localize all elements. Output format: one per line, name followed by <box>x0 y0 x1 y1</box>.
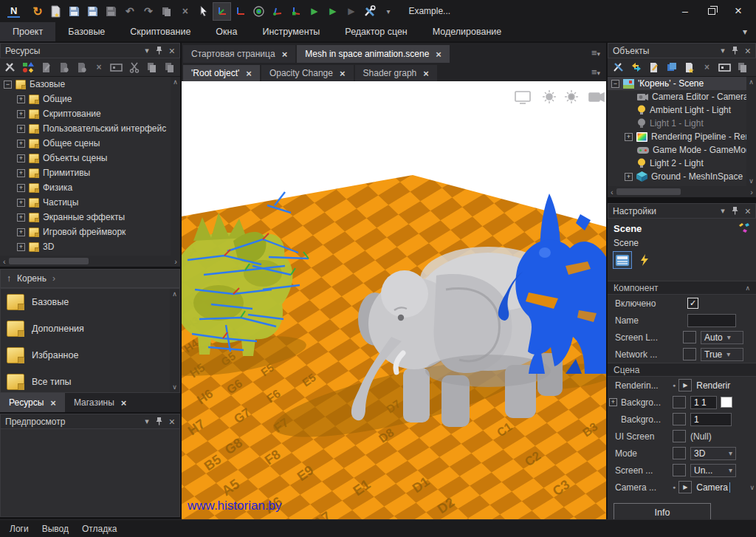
objects-vscrollbar[interactable] <box>746 77 756 186</box>
toolbar-overflow-icon[interactable]: ▾ <box>379 3 396 20</box>
panel-close-icon[interactable] <box>745 205 751 217</box>
scale-tool-icon[interactable] <box>269 3 286 20</box>
shapes-icon[interactable] <box>21 61 35 75</box>
expand-icon[interactable] <box>17 199 25 207</box>
expand-icon[interactable] <box>17 154 25 163</box>
panel-close-icon[interactable] <box>169 416 175 428</box>
menu-overflow-icon[interactable] <box>734 22 756 41</box>
translate-tool-icon[interactable] <box>232 3 249 20</box>
tab-close-icon[interactable] <box>423 68 429 79</box>
camera-icon[interactable] <box>589 93 604 101</box>
tree-item[interactable]: Пользовательский интерфейс <box>0 121 180 136</box>
close-button[interactable]: × <box>725 1 752 21</box>
tree-hscrollbar[interactable] <box>0 256 180 267</box>
tree-item[interactable]: Light 2 - Light <box>608 157 756 170</box>
copy-icon[interactable] <box>145 61 159 75</box>
screen-dropdown[interactable]: Un... <box>690 464 736 477</box>
status-debug[interactable]: Отладка <box>75 524 123 534</box>
expand-icon[interactable] <box>17 213 25 222</box>
list-item[interactable]: Дополнения <box>1 315 179 342</box>
default-flag-button[interactable] <box>673 413 686 425</box>
expand-icon[interactable] <box>17 184 25 192</box>
scene-viewport[interactable]: R4S4H2H3H4H5H6H7G3G4G5G6G7G8F3F5F6F7F8E5… <box>182 81 606 519</box>
rename-icon[interactable] <box>109 61 123 75</box>
panel-menu-icon[interactable] <box>145 417 149 426</box>
tab-close-icon[interactable] <box>436 49 441 60</box>
tree-item[interactable]: Game Mode - GameMode <box>608 143 756 157</box>
expand-icon[interactable] <box>17 243 25 251</box>
duplicate-object-icon[interactable] <box>664 61 678 75</box>
new-folder-icon[interactable] <box>75 61 89 75</box>
restore-button[interactable] <box>698 1 725 21</box>
tree-item-scene-root[interactable]: 'Корень' - Scene <box>608 77 756 90</box>
tab-opacity-change[interactable]: Opacity Change <box>261 65 354 81</box>
panel-close-icon[interactable] <box>169 45 175 57</box>
tab-close-icon[interactable] <box>340 68 346 79</box>
expand-icon[interactable] <box>17 110 25 118</box>
tree-item-disabled[interactable]: Light 1 - Light <box>608 117 756 130</box>
tab-stores[interactable]: Магазины <box>65 393 136 412</box>
tree-item[interactable]: Ambient Light - Light <box>608 103 756 117</box>
delete-icon[interactable]: × <box>176 3 193 20</box>
tree-item[interactable]: Скриптование <box>0 106 180 121</box>
tree-item-root[interactable]: Базовые <box>0 77 180 92</box>
copy-object-icon[interactable] <box>735 61 749 75</box>
scroll-up-icon[interactable] <box>745 284 750 292</box>
expand-icon[interactable] <box>17 228 25 236</box>
rename-object-icon[interactable] <box>718 61 732 75</box>
menu-project[interactable]: Проект <box>0 22 55 41</box>
rotate-tool-icon[interactable] <box>250 3 267 20</box>
refresh-icon[interactable] <box>29 3 46 20</box>
new-resource-icon[interactable] <box>47 3 64 20</box>
background-color-input[interactable]: 1 1 <box>690 396 717 409</box>
collapse-icon[interactable] <box>4 81 12 89</box>
tree-item[interactable]: Примитивы <box>0 165 180 180</box>
pin-icon[interactable] <box>156 417 162 427</box>
reference-button[interactable] <box>678 481 692 493</box>
minimize-button[interactable] <box>672 1 698 21</box>
redo-icon[interactable] <box>140 3 157 20</box>
tab-root-object[interactable]: 'Root object' <box>183 65 260 81</box>
menu-tools[interactable]: Инструменты <box>250 22 332 41</box>
expand-icon[interactable] <box>625 133 633 141</box>
app-logo[interactable]: N <box>7 5 20 18</box>
tree-item[interactable]: Camera Editor - Camera <box>608 90 756 103</box>
move-tool-icon[interactable] <box>213 3 230 20</box>
mode-dropdown[interactable]: 3D <box>690 447 736 460</box>
new-file-icon[interactable] <box>57 61 71 75</box>
list-item[interactable]: Избранное <box>1 342 179 369</box>
color-swatch[interactable] <box>721 397 732 408</box>
tab-close-icon[interactable] <box>50 397 56 408</box>
tree-item[interactable]: 3D <box>0 239 180 254</box>
background-affect-input[interactable]: 1 <box>690 413 732 426</box>
screen-label-dropdown[interactable]: Auto <box>701 331 743 344</box>
tools-icon[interactable] <box>361 3 378 20</box>
tab-list-icon[interactable] <box>591 66 600 78</box>
tree-item[interactable]: Общие <box>0 92 180 106</box>
reference-button[interactable] <box>678 379 692 391</box>
panel-close-icon[interactable] <box>745 45 751 57</box>
tab-resources[interactable]: Ресурсы <box>0 393 65 412</box>
tree-item[interactable]: Физика <box>0 180 180 195</box>
tab-close-icon[interactable] <box>282 49 288 60</box>
events-view-icon[interactable] <box>636 252 653 268</box>
menu-basic[interactable]: Базовые <box>55 22 117 41</box>
new-object-icon[interactable] <box>682 61 696 75</box>
default-flag-button[interactable] <box>673 447 686 459</box>
tab-close-icon[interactable] <box>121 397 127 408</box>
duplicate-icon[interactable] <box>158 3 175 20</box>
network-dropdown[interactable]: True <box>701 348 743 361</box>
undo-icon[interactable] <box>121 3 138 20</box>
panel-menu-icon[interactable] <box>145 46 149 55</box>
transform-tool-icon[interactable] <box>287 3 304 20</box>
tree-item[interactable]: Игровой фреймворк <box>0 225 180 239</box>
default-flag-button[interactable] <box>683 348 696 360</box>
run-alt-icon[interactable] <box>324 3 341 20</box>
collapse-icon[interactable] <box>611 80 619 88</box>
expand-icon[interactable] <box>17 140 25 148</box>
default-flag-button[interactable] <box>673 430 686 442</box>
run-icon[interactable] <box>306 3 323 20</box>
tree-item[interactable]: Частицы <box>0 195 180 210</box>
default-flag-button[interactable] <box>673 396 686 408</box>
settings-tools-icon[interactable] <box>611 61 625 75</box>
